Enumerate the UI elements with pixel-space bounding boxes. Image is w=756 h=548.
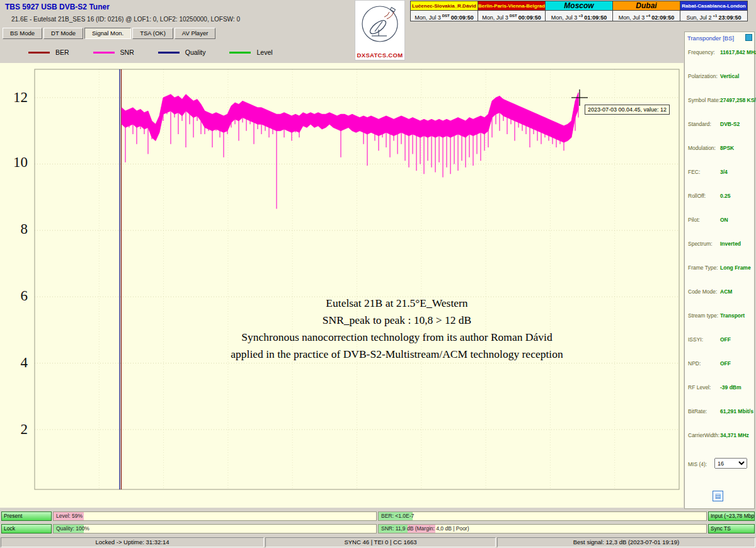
y-tick-10: 10 xyxy=(4,154,28,171)
field-value: Long Frame xyxy=(720,265,751,271)
snr-trace-plot[interactable] xyxy=(0,63,684,508)
tuner-subtitle: 21.6E - Eutelsat 21B_SES 16 (ID: 0216) @… xyxy=(11,16,240,23)
panel-tool-icon[interactable]: ▤ xyxy=(713,491,723,501)
tab-signal-mon[interactable]: Signal Mon. xyxy=(84,28,131,39)
legend-label: Quality xyxy=(185,49,206,56)
field-pilot: Pilot:ON xyxy=(688,217,753,224)
tab-dt-mode[interactable]: DT Mode xyxy=(43,28,83,39)
ber-line-swatch xyxy=(28,52,50,54)
field-label: Modulation: xyxy=(688,145,716,151)
clock-offset: DST xyxy=(510,14,517,18)
annotation-line-2: SNR_peak to peak : 10,8 > 12 dB xyxy=(82,312,712,329)
field-label: FEC: xyxy=(688,169,700,175)
field-value: 3/4 xyxy=(720,169,728,175)
clock-city-label: Lučenec-Slovakia_R.Dávid xyxy=(411,1,478,11)
clock-offset: DST xyxy=(442,14,450,18)
annotation-line-4: applied in the practice of DVB-S2-Multis… xyxy=(82,346,712,363)
field-value: DVB-S2 xyxy=(720,121,740,127)
field-label: Code Mode: xyxy=(688,288,717,295)
chart-annotation: Eutelsat 21B at 21.5°E_Western SNR_peak … xyxy=(82,295,712,363)
field-label: Symbol Rate: xyxy=(688,97,720,103)
clock-hms: 00:09:50 xyxy=(518,14,541,21)
legend-label: Level xyxy=(256,49,272,56)
tab-bs-mode[interactable]: BS Mode xyxy=(3,28,42,39)
field-label: Frame Type: xyxy=(688,265,718,271)
field-value: -39 dBm xyxy=(720,384,742,391)
clock-city-label: Rabat-Casablanca-London xyxy=(680,1,747,11)
field-value: Transport xyxy=(720,312,745,319)
tab-av-player[interactable]: AV Player xyxy=(175,28,216,39)
legend-ber: BER xyxy=(28,49,69,56)
clock-date: Sun, Jul 2 xyxy=(687,14,712,21)
logo-text: DXSATCS.COM xyxy=(355,52,404,59)
clock-rabat: Rabat-Casablanca-London Sun, Jul 2+123:0… xyxy=(680,1,748,21)
clock-dubai: Dubai Mon, Jul 3+402:09:50 xyxy=(612,1,680,21)
field-rolloff: RollOff:0.25 xyxy=(688,193,753,200)
annotation-line-3: Synchronous nanocorrection technology fr… xyxy=(82,329,712,346)
level-line-swatch xyxy=(229,52,251,54)
clock-offset: +1 xyxy=(713,14,718,18)
clock-offset: +4 xyxy=(646,14,650,18)
field-code-mode: Code Mode:ACM xyxy=(688,288,753,296)
signal-monitor-chart[interactable]: 12 10 8 6 4 2 Eutelsat 21B at 21.5°E_Wes… xyxy=(0,63,684,508)
clock-moscow: Moscow Mon, Jul 3+301:09:50 xyxy=(545,1,613,21)
legend-quality: Quality xyxy=(158,49,206,56)
field-value: OFF xyxy=(720,336,731,343)
clock-time: Sun, Jul 2+123:09:50 xyxy=(680,11,747,21)
field-value: ON xyxy=(720,217,728,223)
field-npd: NPD:OFF xyxy=(688,360,753,368)
field-value: 8PSK xyxy=(720,145,734,151)
world-clocks: Lučenec-Slovakia_R.Dávid Mon, Jul 3DST00… xyxy=(411,1,748,21)
mode-tabs: BS Mode DT Mode Signal Mon. TSA (OK) AV … xyxy=(3,28,215,39)
status-best-signal: Best signal: 12,3 dB (2023-07-01 19:19) xyxy=(497,537,755,547)
clock-hms: 00:09:50 xyxy=(451,14,474,21)
field-label: Frequency: xyxy=(688,49,715,55)
clock-hms: 01:09:50 xyxy=(584,14,607,21)
field-frame-type: Frame Type:Long Frame xyxy=(688,265,753,272)
transponder-panel: Transponder [BS] Frequency:11617,842 MHz… xyxy=(684,31,755,509)
clock-date: Mon, Jul 3 xyxy=(415,14,441,21)
tab-tsa[interactable]: TSA (OK) xyxy=(132,28,173,39)
window-title: TBS 5927 USB DVB-S2 Tuner xyxy=(5,3,110,11)
field-label: Standard: xyxy=(688,121,711,127)
field-value: 11617,842 MHz xyxy=(720,49,756,55)
lock-indicator: Lock xyxy=(1,524,52,534)
mis-select[interactable]: 16 xyxy=(714,458,747,469)
field-standard: Standard:DVB-S2 xyxy=(688,121,753,128)
field-value: 0.25 xyxy=(720,193,731,199)
clock-time: Mon, Jul 3+301:09:50 xyxy=(546,11,612,21)
sync-ts-indicator: Sync TS xyxy=(708,524,755,534)
field-polarization: Polarization:Vertical xyxy=(688,73,753,81)
clock-lucenec: Lučenec-Slovakia_R.Dávid Mon, Jul 3DST00… xyxy=(410,1,478,21)
present-indicator: Present xyxy=(1,511,52,521)
dxsatcs-logo: DXSATCS.COM xyxy=(355,0,405,60)
field-label: Polarization: xyxy=(688,73,718,79)
field-issyi: ISSYI:OFF xyxy=(688,336,753,344)
y-tick-6: 6 xyxy=(4,288,28,304)
legend-label: SNR xyxy=(120,49,134,56)
field-label: ISSYI: xyxy=(688,336,703,343)
field-value: Inverted xyxy=(720,241,741,247)
snr-line-swatch xyxy=(93,52,115,54)
clock-city-label: Moscow xyxy=(546,1,612,11)
field-label: NPD: xyxy=(688,360,701,367)
field-stream-type: Stream type:Transport xyxy=(688,312,753,320)
clock-berlin: Berlin-Paris-Vienna-Belgrade Mon, Jul 3D… xyxy=(478,1,546,21)
field-rf-level: RF Level:-39 dBm xyxy=(688,384,753,392)
panel-header: Transponder [BS] xyxy=(687,35,734,42)
field-value: 61,291 Mbit/s xyxy=(720,408,753,414)
field-value: ACM xyxy=(720,288,732,295)
panel-corner-icon[interactable] xyxy=(745,34,752,41)
y-tick-2: 2 xyxy=(4,421,28,438)
clock-city-label: Dubai xyxy=(613,1,680,11)
field-value: 34,371 MHz xyxy=(720,432,749,438)
field-carrier-width: CarrierWidth:34,371 MHz xyxy=(688,432,753,440)
clock-date: Mon, Jul 3 xyxy=(482,14,508,21)
status-bar: Locked -> Uptime: 31:32:14 SYNC 46 | TEI… xyxy=(0,537,756,548)
field-label: RF Level: xyxy=(688,384,711,391)
y-tick-12: 12 xyxy=(4,89,28,106)
cursor-tooltip: 2023-07-03 00.04.45, value: 12 xyxy=(585,105,670,115)
status-uptime: Locked -> Uptime: 31:32:14 xyxy=(1,537,264,547)
field-label: RollOff: xyxy=(688,193,706,199)
chart-legend: BER SNR Quality Level xyxy=(28,47,273,58)
